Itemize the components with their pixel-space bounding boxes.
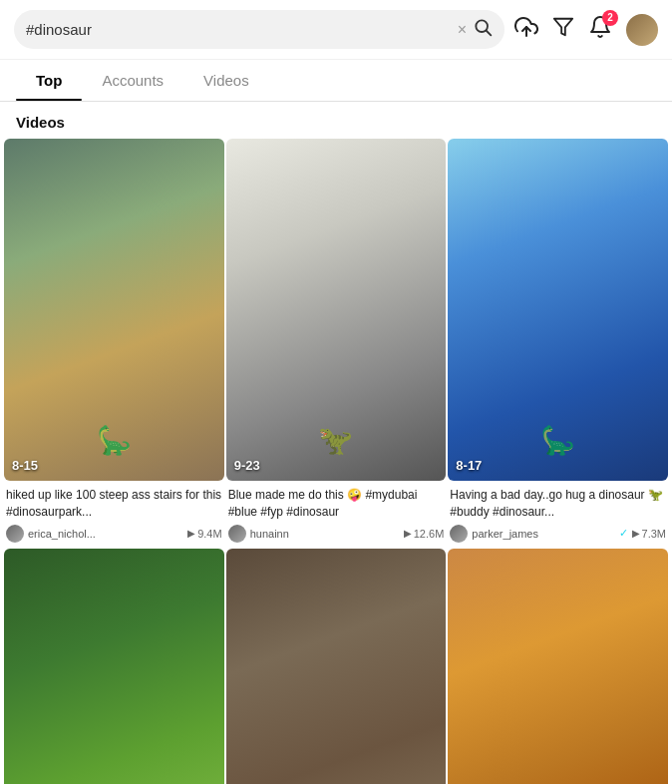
play-icon-1: ▶: [404, 528, 412, 539]
video-grid: 🦕 8-15 hiked up like 100 steep ass stair…: [0, 139, 672, 784]
clear-icon[interactable]: ×: [458, 21, 467, 39]
video-card-2[interactable]: 🦕 8-17 Having a bad day..go hug a dinosa…: [448, 139, 668, 547]
video-info-2: Having a bad day..go hug a dinosaur 🦖 #b…: [448, 481, 668, 547]
notifications-icon[interactable]: 2: [588, 15, 612, 45]
video-thumbnail-5: 🦖 8-21: [448, 549, 668, 784]
video-thumbnail-1: 🦖 9-23: [226, 139, 447, 481]
play-icon-0: ▶: [187, 528, 195, 539]
notification-badge: 2: [602, 10, 618, 26]
video-thumbnail-3: 🦖 6-13: [4, 549, 224, 784]
user-avatar-0: [6, 525, 24, 543]
play-count-area-2: ▶ 7.3M: [632, 528, 666, 540]
video-card-1[interactable]: 🦖 9-23 Blue made me do this 🤪 #mydubai #…: [226, 139, 447, 547]
video-desc-2: Having a bad day..go hug a dinosaur 🦖 #b…: [450, 487, 666, 521]
video-desc-0: hiked up like 100 steep ass stairs for t…: [6, 487, 222, 521]
video-counter-0: 8-15: [12, 458, 38, 473]
video-card-0[interactable]: 🦕 8-15 hiked up like 100 steep ass stair…: [4, 139, 224, 547]
username-1: hunainn: [250, 528, 400, 540]
verified-icon-2: ✓: [619, 527, 628, 540]
header-icons: 2: [514, 14, 658, 46]
videos-section-title: Videos: [0, 102, 672, 139]
video-card-4[interactable]: 🦕 8-4 When there's no one around to help…: [226, 549, 447, 784]
avatar[interactable]: [626, 14, 658, 46]
video-card-5[interactable]: 🦖 8-21 #fyp #funny #dinosaurs #snapsquad…: [448, 549, 668, 784]
video-desc-1: Blue made me do this 🤪 #mydubai #blue #f…: [228, 487, 445, 521]
play-count-area-0: ▶ 9.4M: [187, 528, 221, 540]
search-input[interactable]: [26, 21, 452, 38]
video-counter-2: 8-17: [456, 458, 482, 473]
video-info-1: Blue made me do this 🤪 #mydubai #blue #f…: [226, 481, 447, 547]
play-count-area-1: ▶ 12.6M: [404, 528, 445, 540]
search-bar: ×: [14, 10, 504, 49]
filter-icon[interactable]: [552, 16, 574, 44]
header: × 2: [0, 0, 672, 60]
play-count-1: 12.6M: [414, 528, 445, 540]
user-avatar-1: [228, 525, 246, 543]
play-count-2: 7.3M: [642, 528, 666, 540]
tabs: Top Accounts Videos: [0, 60, 672, 102]
video-thumbnail-2: 🦕 8-17: [448, 139, 668, 481]
video-counter-1: 9-23: [234, 458, 260, 473]
svg-line-1: [487, 31, 492, 36]
video-meta-0: erica_nichol... ▶ 9.4M: [6, 525, 222, 543]
video-card-3[interactable]: 🦖 6-13 When you tell your kid if they do…: [4, 549, 224, 784]
upload-icon[interactable]: [514, 15, 538, 45]
user-avatar-2: [450, 525, 468, 543]
tab-top[interactable]: Top: [16, 60, 82, 101]
svg-marker-3: [554, 18, 572, 35]
video-meta-1: hunainn ▶ 12.6M: [228, 525, 445, 543]
search-icon[interactable]: [473, 17, 493, 42]
username-2: parker_james: [472, 528, 614, 540]
video-meta-2: parker_james ✓ ▶ 7.3M: [450, 525, 666, 543]
tab-videos[interactable]: Videos: [183, 60, 269, 101]
video-thumbnail-4: 🦕 8-4: [226, 549, 447, 784]
username-0: erica_nichol...: [28, 528, 183, 540]
video-info-0: hiked up like 100 steep ass stairs for t…: [4, 481, 224, 547]
video-thumbnail-0: 🦕 8-15: [4, 139, 224, 481]
play-icon-2: ▶: [632, 528, 640, 539]
play-count-0: 9.4M: [197, 528, 221, 540]
tab-accounts[interactable]: Accounts: [82, 60, 183, 101]
